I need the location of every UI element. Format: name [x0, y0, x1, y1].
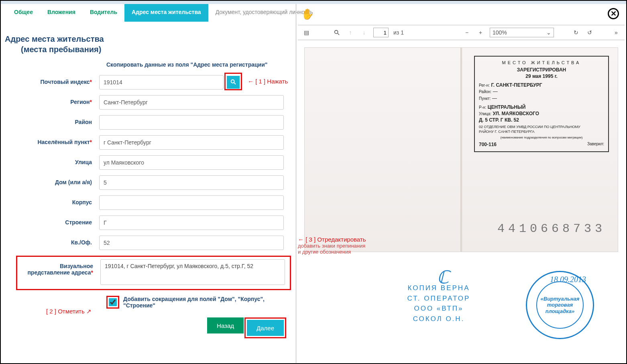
- annotation-3: ← [ 3 ] Отредактировать добавить знаки п…: [298, 236, 366, 255]
- postcode-search-button[interactable]: [227, 76, 240, 89]
- document-viewer-pane: ✋ ✕ ▤ ↑ ↓ из 1 − + 100% ⌄ ↻ ↺ »: [296, 4, 626, 363]
- copy-verified-text: КОПИЯ ВЕРНА СТ. ОПЕРАТОР ООО «ВТП» СОКОЛ…: [397, 283, 481, 324]
- page-subtitle: (места пребывания): [5, 45, 292, 54]
- chevron-down-icon: ⌄: [546, 29, 551, 36]
- abbrev-checkbox-label: Добавить сокращения для полей "Дом", "Ко…: [123, 296, 292, 309]
- zoom-in-icon[interactable]: +: [476, 28, 485, 37]
- region-input[interactable]: [99, 95, 284, 110]
- drag-icon[interactable]: ✋: [301, 8, 314, 20]
- tabs-bar: Общее Вложения Водитель Адрес места жите…: [7, 4, 292, 22]
- zoom-value: 100%: [493, 29, 507, 36]
- abbrev-checkbox[interactable]: [109, 298, 117, 306]
- certification-area: ℂ КОПИЯ ВЕРНА СТ. ОПЕРАТОР ООО «ВТП» СОК…: [397, 271, 606, 343]
- round-seal: «Виртуальная торговая площадка»: [526, 271, 594, 339]
- back-button[interactable]: Назад: [207, 317, 244, 333]
- passport-scan: МЕСТО ЖИТЕЛЬСТВА ЗАРЕГИСТРИРОВАН 29 мая …: [304, 47, 618, 252]
- viewer-toolbar: ▤ ↑ ↓ из 1 − + 100% ⌄ ↻ ↺ »: [298, 25, 625, 40]
- postcode-input[interactable]: [99, 75, 224, 89]
- zoom-select[interactable]: 100% ⌄: [490, 28, 554, 37]
- label-postcode: Почтовый индекс: [5, 75, 99, 85]
- find-icon[interactable]: [332, 28, 341, 37]
- annotation-2: [ 2 ] Отметить ↗: [46, 308, 92, 315]
- more-tools-icon[interactable]: »: [612, 28, 621, 37]
- form-pane: Общее Вложения Водитель Адрес места жите…: [1, 4, 296, 363]
- tab-address[interactable]: Адрес места жительства: [124, 4, 208, 22]
- building-input[interactable]: [99, 216, 284, 230]
- close-button[interactable]: ✕: [608, 8, 619, 19]
- annotation-box-next: Далее: [244, 317, 286, 338]
- label-apt: Кв./Оф.: [5, 236, 99, 246]
- visual-address-textarea[interactable]: 191014, г Санкт-Петербург, ул Маяковског…: [100, 259, 285, 285]
- apt-input[interactable]: [99, 236, 284, 250]
- svg-point-0: [231, 79, 234, 83]
- copy-from-registration-link[interactable]: Скопировать данные из поля "Адрес места …: [106, 61, 292, 68]
- sidebar-toggle-icon[interactable]: ▤: [302, 28, 311, 37]
- label-visual: Визуальное представление адреса: [17, 259, 100, 276]
- label-house: Дом (или а/я): [5, 175, 99, 185]
- label-district: Район: [5, 115, 99, 125]
- annotation-1: ← [ 1 ] Нажать: [248, 78, 288, 85]
- label-locality: Населённый пункт: [5, 135, 99, 145]
- tab-general[interactable]: Общее: [7, 4, 40, 22]
- page-title: Адрес места жительства: [5, 34, 292, 44]
- locality-input[interactable]: [99, 135, 284, 150]
- annotation-box-2: [106, 296, 119, 309]
- svg-point-2: [335, 31, 338, 34]
- search-icon: [230, 79, 236, 86]
- page-up-icon[interactable]: ↑: [346, 28, 355, 37]
- document-area[interactable]: МЕСТО ЖИТЕЛЬСТВА ЗАРЕГИСТРИРОВАН 29 мая …: [300, 43, 622, 359]
- rotate-ccw-icon[interactable]: ↺: [585, 28, 594, 37]
- street-input[interactable]: [99, 155, 284, 170]
- label-building: Строение: [5, 216, 99, 226]
- passport-number: 4410668733: [479, 222, 606, 236]
- zoom-out-icon[interactable]: −: [462, 28, 471, 37]
- svg-line-1: [234, 83, 236, 84]
- page-down-icon[interactable]: ↓: [360, 28, 368, 37]
- svg-line-3: [338, 33, 339, 35]
- page-number-input[interactable]: [373, 28, 389, 37]
- registration-stamp: МЕСТО ЖИТЕЛЬСТВА ЗАРЕГИСТРИРОВАН 29 мая …: [474, 56, 609, 152]
- label-korpus: Корпус: [5, 195, 99, 205]
- tab-driver[interactable]: Водитель: [83, 4, 124, 22]
- district-input[interactable]: [99, 115, 284, 130]
- visual-address-group: Визуальное представление адреса 191014, …: [16, 256, 291, 290]
- next-button[interactable]: Далее: [247, 320, 284, 336]
- label-street: Улица: [5, 155, 99, 165]
- rotate-cw-icon[interactable]: ↻: [572, 28, 580, 37]
- label-region: Регион: [5, 95, 99, 105]
- korpus-input[interactable]: [99, 195, 284, 210]
- house-input[interactable]: [99, 175, 284, 190]
- tab-attachments[interactable]: Вложения: [40, 4, 83, 22]
- page-total-label: из 1: [393, 29, 404, 36]
